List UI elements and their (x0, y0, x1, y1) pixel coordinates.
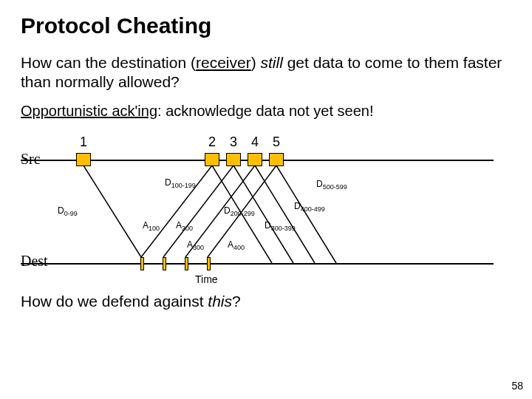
question-1: How can the destination (receiver) still… (21, 53, 511, 92)
slide-number: 58 (511, 380, 523, 392)
label-d2: D200-299 (224, 205, 255, 217)
label-a200: A200 (176, 220, 193, 232)
label-a400: A400 (228, 239, 245, 251)
q1-prefix: How can the destination ( (21, 54, 196, 71)
q3-this: this (208, 293, 232, 310)
q1-still: still (261, 54, 283, 71)
question-3: How do we defend against this? (21, 293, 511, 310)
timing-diagram: Src Dest 1 2 3 4 5 D0-99 D100-199 D200-2… (21, 126, 494, 288)
time-label: Time (195, 273, 218, 285)
q1-receiver: receiver (196, 54, 251, 71)
label-d4: D400-499 (294, 201, 325, 213)
label-a300: A300 (187, 239, 204, 251)
label-d3: D300-399 (265, 220, 296, 232)
q3-suffix: ? (232, 293, 241, 310)
q2-term: Opportunistic ack'ing (21, 103, 157, 119)
slide-title: Protocol Cheating (21, 13, 511, 38)
svg-line-0 (83, 166, 141, 257)
question-2: Opportunistic ack'ing: acknowledge data … (21, 103, 511, 120)
q1-mid: ) (251, 54, 261, 71)
diagram-lines (21, 126, 494, 288)
q2-rest: : acknowledge data not yet seen! (157, 103, 373, 119)
q3-prefix: How do we defend against (21, 293, 208, 310)
label-d5: D500-599 (316, 179, 347, 191)
label-a100: A100 (143, 220, 160, 232)
label-d1: D100-199 (165, 177, 196, 189)
label-d0: D0-99 (58, 205, 78, 217)
